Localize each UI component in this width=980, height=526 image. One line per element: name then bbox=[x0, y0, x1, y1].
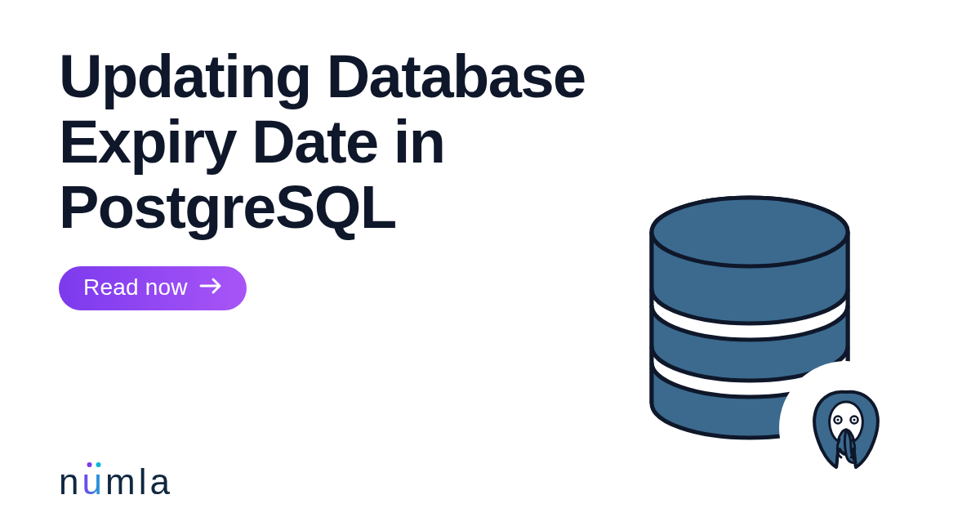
svg-point-5 bbox=[836, 418, 839, 421]
cta-label: Read now bbox=[83, 274, 188, 301]
svg-point-6 bbox=[853, 418, 855, 421]
brand-logo: n u m l a bbox=[59, 464, 173, 500]
page-title: Updating Database Expiry Date in Postgre… bbox=[59, 44, 696, 240]
brand-accent-dots bbox=[87, 462, 100, 467]
svg-point-2 bbox=[652, 198, 848, 266]
illustration bbox=[611, 183, 921, 493]
postgresql-elephant-icon bbox=[814, 392, 878, 467]
promo-card: Updating Database Expiry Date in Postgre… bbox=[0, 0, 980, 526]
arrow-right-icon bbox=[199, 274, 222, 301]
read-now-button[interactable]: Read now bbox=[59, 266, 247, 310]
